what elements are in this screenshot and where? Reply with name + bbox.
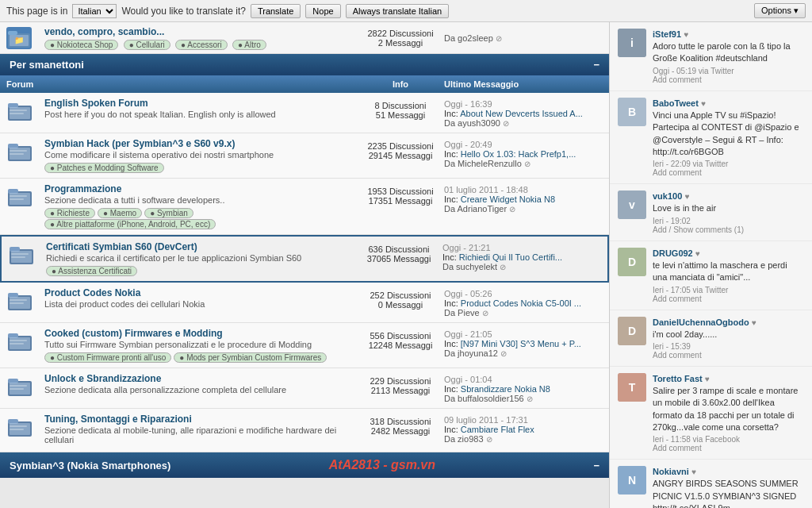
avatar-placeholder: N [618,466,646,495]
bottom-bar-title: Symbian^3 (Nokia Smartphones) [10,460,170,471]
forum-row-programmazione: Programmazione Sezione dedicata a tutti … [0,179,609,235]
row-desc: Tutto sui Firmware Symbian personalizzat… [44,340,350,349]
add-comment-link[interactable]: Add / Show comments (1) [653,225,804,234]
stats-cell: 636 Discussioni 37065 Messaggi [355,241,442,264]
tag[interactable]: ● Assistenza Certificati [46,266,137,276]
language-select[interactable]: Italian [72,4,117,18]
svg-text:📁: 📁 [14,35,25,45]
sidebar-username[interactable]: vuk100 [653,191,682,201]
svg-rect-1 [8,31,17,35]
row-title[interactable]: Certificati Symbian S60 (DevCert) [46,241,349,252]
last-time: Oggi - 01:04 [444,375,603,384]
tag[interactable]: ● Patches e Modding Software [44,163,164,173]
row-title[interactable]: English Spoken Forum [44,98,350,109]
folder-icon-small: 📁 [6,27,32,49]
row-title[interactable]: Tuning, Smontaggi e Riparazioni [44,414,350,425]
stats-cell: 556 Discussioni 12248 Messaggi [357,328,444,350]
sidebar-username[interactable]: BaboTweet [653,98,699,108]
add-comment-link[interactable]: Add comment [653,168,804,177]
nope-button[interactable]: Nope [305,4,340,18]
sidebar-meta: Ieri - 15:39 [653,342,804,351]
add-comment-link[interactable]: Add comment [653,294,804,303]
info-cell: Unlock e Sbrandizzazione Sezione dedicat… [38,373,357,397]
sidebar-meta: Ieri - 11:58 via Facebook [653,435,804,444]
last-inc: Inc: Product Codes Nokia C5-00I ... [444,298,603,308]
sidebar-content: DRUG092 ♥ te levi n'attimo la maschera e… [653,248,804,303]
row-title[interactable]: Programmazione [44,183,350,194]
section-collapse[interactable]: − [593,59,599,71]
avatar-placeholder: D [618,248,646,276]
last-inc-link[interactable]: Richiedi Qui Il Tuo Certifi... [459,252,562,262]
last-inc-link[interactable]: About New Devcerts Issued A... [460,109,583,118]
messaggi: 51 Messaggi [357,110,444,120]
row-tags: ● Patches e Modding Software [44,162,350,173]
sidebar-item-6: N Nokiavni ♥ ANGRY BIRDS SEASONS SUMMER … [610,460,812,508]
avatar-placeholder: B [618,98,646,126]
last-inc-link[interactable]: Product Codes Nokia C5-00I ... [461,298,581,308]
last-inc: Inc: [N97 Mini V30] S^3 Menu + P... [444,339,603,348]
last-inc-link[interactable]: Cambiare Flat Flex [461,425,534,434]
row-title[interactable]: Symbian Hack (per Symbian^3 e S60 v9.x) [44,138,350,149]
tag-altro[interactable]: ● Altro [232,40,266,50]
folder-icon [6,329,33,353]
translate-button[interactable]: Translate [251,4,301,18]
sidebar-username[interactable]: Nokiavni [653,467,689,476]
translate-bar: This page is in Italian Would you like t… [0,0,812,22]
last-time: Oggi - 05:26 [444,289,603,298]
bottom-bar-collapse[interactable]: − [593,460,599,471]
info-cell: Cooked (custom) Firmwares e Modding Tutt… [38,328,357,363]
sidebar-username[interactable]: DanielUchennaOgbodo [653,318,749,327]
sidebar-username[interactable]: DRUG092 [653,248,693,258]
top-row-icon-cell: 📁 [6,27,38,49]
tag[interactable]: ● Mods per Symbian Custom Firmwares [174,352,327,363]
svg-rect-32 [10,340,27,341]
sidebar-meta: Ieri - 17:05 via Twitter [653,286,804,294]
add-comment-link[interactable]: Add comment [653,351,804,360]
stats-cell: 2235 Discussioni 29145 Messaggi [357,138,444,160]
last-time: Oggi - 21:21 [442,243,601,252]
sidebar-username[interactable]: Toretto Fast [653,374,703,383]
discussioni: 636 Discussioni [355,244,442,254]
always-translate-button[interactable]: Always translate Italian [346,4,450,18]
tag-accessori[interactable]: ● Accessori [175,40,228,50]
tag[interactable]: ● Altre piattaforme (iPhone, Android, PC… [44,219,216,229]
last-inc-link[interactable]: Sbrandizzare Nokia N8 [461,384,550,394]
row-title[interactable]: Product Codes Nokia [44,287,350,298]
row-desc: Sezione dedicata alla personalizzazione … [44,385,350,394]
last-da: Da AdrianoTiger ⊘ [444,204,603,214]
tag-nokioteca[interactable]: ● Nokioteca Shop [44,40,118,50]
row-title[interactable]: Cooked (custom) Firmwares e Modding [44,328,350,339]
sidebar: i iStef91 ♥ Adoro tutte le parole con la… [609,22,812,508]
avatar: D [618,248,646,276]
add-comment-link[interactable]: Add comment [653,444,804,452]
avatar: T [618,373,646,402]
tag[interactable]: ● Richieste [44,208,95,218]
icon-cell [6,98,38,123]
last-inc-link[interactable]: Hello Ox 1.03: Hack Prefp1,... [461,149,576,159]
last-inc-link[interactable]: Creare Widget Nokia N8 [461,194,555,204]
svg-rect-8 [10,113,24,114]
last-inc-link[interactable]: [N97 Mini V30] S^3 Menu + P... [461,339,581,348]
sidebar-username[interactable]: iStef91 [653,29,681,39]
tag[interactable]: ● Custom Firmware pronti all'uso [44,352,171,363]
add-comment-link[interactable]: Add comment [653,75,804,84]
row-tags: ● Custom Firmware pronti all'uso● Mods p… [44,352,350,363]
avatar: v [618,190,646,219]
options-button[interactable]: Options ▾ [754,3,806,18]
discussioni: 229 Discussioni [357,376,444,386]
discussioni: 318 Discussioni [357,417,444,426]
last-da: Da ayush3090 ⊘ [444,118,603,128]
row-desc: Sezione dedicata al mobile-tuning, alle … [44,425,350,444]
folder-icon [6,140,33,164]
sidebar-content: Nokiavni ♥ ANGRY BIRDS SEASONS SUMMER PI… [653,466,804,508]
row-title[interactable]: Unlock e Sbrandizzazione [44,373,350,384]
top-row-title[interactable]: vendo, compro, scambio... [44,26,350,37]
last-inc: Inc: Hello Ox 1.03: Hack Prefp1,... [444,149,603,159]
tag[interactable]: ● Symbian [144,208,193,218]
tag-cellulari[interactable]: ● Cellulari [124,40,170,50]
tag[interactable]: ● Maemo [98,208,142,218]
icon-cell [6,287,38,313]
sidebar-content: BaboTweet ♥ Vinci una Apple TV su #iSpaz… [653,98,804,178]
svg-rect-28 [10,302,24,304]
stats-cell: 252 Discussioni 0 Messaggi [357,287,444,310]
